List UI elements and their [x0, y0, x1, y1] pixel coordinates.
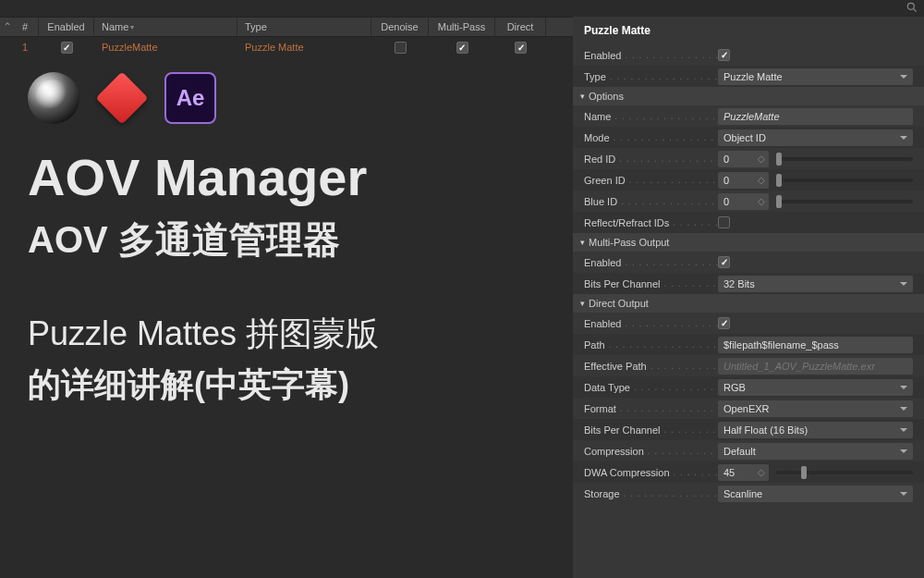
col-direct[interactable]: Direct — [495, 18, 546, 36]
do-path-label: Path — [584, 339, 718, 350]
type-label: Type — [584, 71, 718, 82]
svg-line-1 — [914, 8, 917, 11]
col-type[interactable]: Type — [237, 18, 371, 36]
do-storage-label: Storage — [584, 488, 718, 499]
enabled-checkbox[interactable] — [718, 49, 730, 61]
do-bits-label: Bits Per Channel — [584, 424, 718, 436]
cinema4d-icon — [28, 72, 79, 124]
mp-bits-dropdown[interactable]: 32 Bits — [718, 276, 913, 292]
multipass-section[interactable]: Multi-Pass Output — [573, 233, 924, 252]
name-label: Name — [584, 111, 718, 122]
blue-id-input[interactable]: 0 — [718, 193, 769, 210]
green-id-slider[interactable] — [776, 178, 913, 182]
promo-overlay: Ae AOV Manager AOV 多通道管理器 Puzzle Mattes … — [28, 72, 379, 408]
row-type: Puzzle Matte — [237, 42, 371, 53]
subtitle-2: 的详细讲解(中英字幕) — [28, 363, 379, 408]
chevron-down-icon: ▾ — [130, 23, 134, 31]
row-multipass-checkbox[interactable] — [456, 42, 468, 54]
expand-toggle-icon[interactable]: ⌃ — [0, 20, 15, 33]
do-datatype-dropdown[interactable]: RGB — [718, 379, 913, 396]
row-denoise-checkbox[interactable] — [395, 42, 407, 54]
do-effpath-value: Untitled_1_AOV_PuzzleMatte.exr — [718, 358, 913, 375]
red-id-label: Red ID — [584, 154, 718, 165]
blue-id-label: Blue ID — [584, 196, 718, 207]
do-storage-dropdown[interactable]: Scanline — [718, 486, 913, 502]
panel-title: Puzzle Matte — [573, 17, 924, 44]
options-section[interactable]: Options — [573, 87, 924, 105]
title-chinese: AOV 多通道管理器 — [28, 215, 379, 265]
do-bits-dropdown[interactable]: Half Float (16 Bits) — [718, 422, 913, 438]
mp-enabled-label: Enabled — [584, 257, 718, 268]
col-index[interactable]: # — [15, 18, 39, 36]
green-id-input[interactable]: 0 — [718, 172, 769, 189]
green-id-label: Green ID — [584, 175, 718, 186]
table-header: ⌃ # Enabled Name▾ Type Denoise Multi-Pas… — [0, 17, 573, 37]
do-format-dropdown[interactable]: OpenEXR — [718, 400, 913, 417]
row-enabled-checkbox[interactable] — [61, 42, 73, 54]
red-id-slider[interactable] — [776, 157, 913, 161]
name-input[interactable]: PuzzleMatte — [718, 108, 913, 125]
red-id-input[interactable]: 0 — [718, 151, 769, 167]
do-dwa-input[interactable]: 45 — [718, 464, 769, 481]
direct-section[interactable]: Direct Output — [573, 294, 924, 313]
mode-label: Mode — [584, 132, 718, 143]
redshift-icon — [95, 71, 148, 124]
do-format-label: Format — [584, 403, 718, 414]
do-effpath-label: Effective Path — [584, 361, 718, 372]
col-name[interactable]: Name▾ — [94, 18, 237, 36]
col-enabled[interactable]: Enabled — [39, 18, 94, 36]
mp-enabled-checkbox[interactable] — [718, 256, 730, 268]
search-icon[interactable] — [906, 1, 918, 17]
type-dropdown[interactable]: Puzzle Matte — [718, 68, 913, 85]
do-dwa-label: DWA Compression — [584, 467, 718, 478]
do-datatype-label: Data Type — [584, 382, 718, 393]
row-direct-checkbox[interactable] — [515, 42, 527, 54]
properties-panel: Puzzle Matte Enabled Type Puzzle Matte O… — [573, 17, 924, 578]
blue-id-slider[interactable] — [776, 200, 913, 203]
reflect-checkbox[interactable] — [718, 216, 730, 228]
after-effects-icon: Ae — [164, 72, 216, 124]
col-denoise[interactable]: Denoise — [371, 18, 429, 36]
do-comp-dropdown[interactable]: Default — [718, 443, 913, 460]
row-name: PuzzleMatte — [94, 42, 237, 53]
do-comp-label: Compression — [584, 446, 718, 457]
subtitle-1: Puzzle Mattes 拼图蒙版 — [28, 312, 379, 357]
title-english: AOV Manager — [28, 147, 379, 207]
mp-bits-label: Bits Per Channel — [584, 278, 718, 289]
aov-list-panel: ⌃ # Enabled Name▾ Type Denoise Multi-Pas… — [0, 17, 573, 578]
svg-point-0 — [907, 3, 914, 9]
enabled-label: Enabled — [584, 50, 718, 61]
reflect-label: Reflect/Refract IDs — [584, 217, 718, 228]
do-enabled-checkbox[interactable] — [718, 317, 730, 329]
do-path-input[interactable]: $filepath$filename_$pass — [718, 337, 913, 353]
col-multipass[interactable]: Multi-Pass — [429, 18, 495, 36]
do-dwa-slider[interactable] — [776, 471, 913, 474]
mode-dropdown[interactable]: Object ID — [718, 129, 913, 146]
table-row[interactable]: 1 PuzzleMatte Puzzle Matte — [0, 37, 573, 57]
row-index: 1 — [15, 42, 39, 53]
do-enabled-label: Enabled — [584, 318, 718, 329]
